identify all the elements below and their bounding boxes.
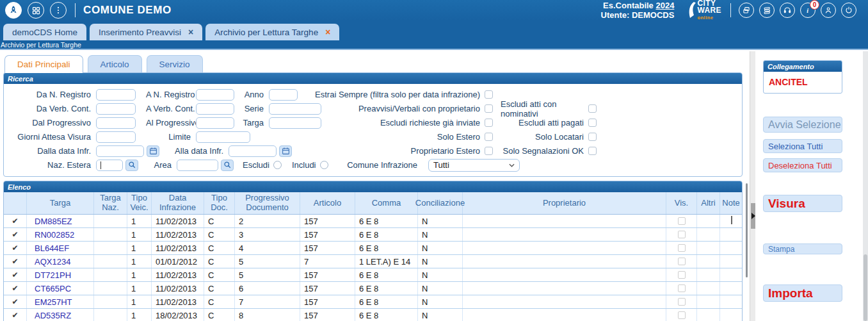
- limite-input[interactable]: [196, 131, 250, 143]
- check-mark-icon[interactable]: ✔: [12, 243, 18, 252]
- table-row[interactable]: ✔AQX1234101/01/2012C571 LET.A) E 14N: [4, 255, 742, 268]
- column-header[interactable]: Tipo Veic.: [127, 192, 152, 214]
- stampa-button[interactable]: Stampa: [763, 243, 842, 254]
- anno-input[interactable]: [269, 89, 298, 101]
- table-row[interactable]: ✔DT721PH111/02/2013C51576 E 8N: [4, 268, 742, 282]
- windows-icon[interactable]: [739, 3, 754, 18]
- da-verb-cont-input[interactable]: [96, 103, 136, 115]
- dal-progressivo-input[interactable]: [96, 117, 136, 129]
- preavvisi-verbali-checkbox[interactable]: [485, 104, 493, 113]
- vis-checkbox[interactable]: [678, 298, 686, 306]
- avvia-selezione-button[interactable]: Avvia Selezione: [763, 117, 842, 133]
- dalla-data-infr-input[interactable]: [96, 145, 144, 157]
- solo-locatari-checkbox[interactable]: [588, 133, 597, 141]
- column-header[interactable]: Articolo: [300, 192, 355, 214]
- vis-checkbox[interactable]: [678, 258, 686, 265]
- check-mark-icon[interactable]: ✔: [12, 257, 18, 266]
- plate-link[interactable]: DT721PH: [31, 270, 71, 280]
- plate-link[interactable]: CT665PC: [31, 284, 71, 293]
- close-icon[interactable]: ×: [188, 28, 193, 37]
- escludi-radio[interactable]: [273, 161, 282, 169]
- plate-link[interactable]: BL644EF: [31, 243, 69, 253]
- vis-checkbox[interactable]: [678, 217, 686, 225]
- tab-servizio[interactable]: Servizio: [147, 55, 203, 72]
- column-header[interactable]: Tipo Doc.: [204, 192, 235, 214]
- check-mark-icon[interactable]: ✔: [12, 284, 18, 293]
- column-header[interactable]: Note: [720, 192, 743, 214]
- panel-scrollbar[interactable]: [746, 183, 748, 277]
- column-header[interactable]: Proprietario: [463, 192, 666, 214]
- da-n-registro-input[interactable]: [96, 89, 136, 101]
- column-header[interactable]: Targa: [27, 192, 94, 214]
- plate-link[interactable]: RN002852: [31, 230, 74, 240]
- escludi-atti-nominativi-checkbox[interactable]: [588, 104, 597, 113]
- column-header[interactable]: Conciliazione: [418, 192, 463, 214]
- kebab-menu-icon[interactable]: [50, 2, 67, 19]
- apps-grid-icon[interactable]: [28, 2, 44, 19]
- proprietario-estero-checkbox[interactable]: [485, 147, 493, 155]
- table-row[interactable]: ✔BL644EF111/02/2013C41576 E 8N: [4, 242, 742, 255]
- estrai-sempre-checkbox[interactable]: [485, 90, 493, 99]
- check-mark-icon[interactable]: ✔: [12, 217, 18, 226]
- search-icon[interactable]: [221, 160, 234, 171]
- exercise-year[interactable]: 2024: [655, 1, 674, 10]
- vis-checkbox[interactable]: [678, 231, 686, 238]
- splitter-handle[interactable]: [751, 203, 755, 229]
- vis-checkbox[interactable]: [678, 284, 686, 292]
- table-row[interactable]: ✔EM257HT111/02/2013C71576 E 8N: [4, 295, 742, 309]
- tab-dati-principali[interactable]: Dati Principali: [4, 55, 83, 73]
- column-header[interactable]: Altri: [697, 192, 720, 214]
- solo-estero-checkbox[interactable]: [485, 133, 493, 141]
- calendar-icon[interactable]: [147, 145, 159, 157]
- column-header[interactable]: Comma: [355, 192, 418, 214]
- deseleziona-tutti-button[interactable]: Deseleziona Tutti: [763, 158, 842, 172]
- support-headset-icon[interactable]: [780, 3, 795, 18]
- plate-link[interactable]: AD535RZ: [31, 311, 71, 320]
- a-n-registro-input[interactable]: [196, 89, 234, 101]
- vis-checkbox[interactable]: [678, 311, 686, 319]
- column-header[interactable]: Data Infrazione: [152, 192, 204, 214]
- table-row[interactable]: ✔CT665PC111/02/2013C61576 E 8N: [4, 282, 742, 295]
- tab-democds-home[interactable]: demoCDS Home: [3, 24, 86, 40]
- plate-link[interactable]: DM885EZ: [31, 217, 72, 226]
- vis-checkbox[interactable]: [678, 244, 686, 252]
- alla-data-infr-input[interactable]: [229, 145, 277, 157]
- seleziona-tutti-button[interactable]: Seleziona Tutti: [763, 139, 842, 153]
- user-icon[interactable]: [821, 3, 836, 18]
- window-scrollbar[interactable]: [863, 51, 868, 321]
- escludi-richieste-checkbox[interactable]: [485, 119, 493, 127]
- column-header[interactable]: Vis.: [666, 192, 697, 214]
- table-row[interactable]: ✔RN002852111/02/2013C31576 E 8N: [4, 228, 742, 242]
- plate-link[interactable]: AQX1234: [31, 257, 70, 267]
- check-mark-icon[interactable]: ✔: [12, 311, 18, 320]
- column-header[interactable]: Targa Naz.: [94, 192, 127, 214]
- table-row[interactable]: ✔AD535RZ118/02/2013C81576 E 8N: [4, 309, 742, 321]
- plate-link[interactable]: EM257HT: [31, 297, 72, 307]
- solo-segnalazioni-ok-checkbox[interactable]: [588, 147, 597, 155]
- table-row[interactable]: ✔DM885EZ111/02/2013C21576 E 8N: [4, 215, 742, 228]
- visura-button[interactable]: Visura: [763, 195, 842, 212]
- info-icon[interactable]: i 0: [800, 3, 816, 18]
- a-verb-cont-input[interactable]: [196, 103, 234, 115]
- calendar-icon[interactable]: [279, 145, 292, 157]
- check-mark-icon[interactable]: ✔: [12, 297, 18, 306]
- tab-articolo[interactable]: Articolo: [88, 55, 142, 72]
- al-progressivo-input[interactable]: [196, 117, 234, 129]
- escludi-atti-pagati-checkbox[interactable]: [588, 119, 597, 127]
- check-mark-icon[interactable]: ✔: [12, 270, 18, 279]
- close-icon[interactable]: ×: [325, 28, 330, 37]
- giorni-attesa-visura-input[interactable]: [96, 131, 136, 143]
- vis-checkbox[interactable]: [678, 271, 686, 279]
- library-books-icon[interactable]: [759, 3, 775, 18]
- tab-archivio-lettura-targhe[interactable]: Archivio per Lettura Targhe ×: [205, 24, 339, 40]
- panel-splitter[interactable]: [750, 51, 755, 321]
- comune-infrazione-select[interactable]: Tutti: [428, 159, 520, 172]
- rocket-icon[interactable]: [5, 2, 22, 19]
- check-mark-icon[interactable]: ✔: [12, 230, 18, 239]
- column-header[interactable]: Progressivo Documento: [235, 192, 300, 214]
- area-input[interactable]: [177, 160, 218, 171]
- power-icon[interactable]: [841, 3, 856, 18]
- importa-button[interactable]: Importa: [763, 284, 842, 302]
- window-scrollbar-thumb[interactable]: [864, 254, 867, 321]
- search-icon[interactable]: [125, 160, 138, 171]
